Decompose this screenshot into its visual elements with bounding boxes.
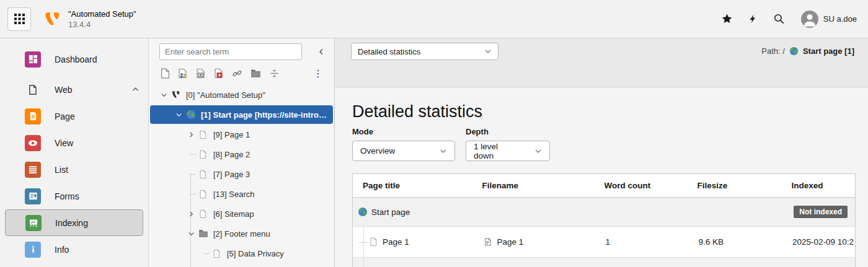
tree-tick-line: [190, 154, 196, 155]
tree-node-label: [7] Page 3: [213, 170, 250, 179]
tree-tick-line: [190, 194, 196, 195]
chevron-down-icon[interactable]: [174, 112, 184, 118]
row-filename: Page 1: [497, 237, 524, 247]
sidebar-item-dashboard[interactable]: Dashboard: [0, 46, 148, 72]
tree-node-start-page[interactable]: [1] Start page [https://site-intro…: [150, 105, 333, 124]
search-icon: [773, 13, 785, 25]
tree-node-label: [13] Search: [213, 190, 255, 199]
module-function-select[interactable]: Detailed statistics: [351, 43, 498, 60]
sidebar-item-view[interactable]: View: [0, 129, 148, 156]
new-link-icon[interactable]: [232, 68, 242, 79]
tree-node-label: [0] "Automated Setup": [186, 90, 265, 100]
sidebar-item-forms[interactable]: Forms: [0, 183, 148, 209]
tree-node-page-8[interactable]: [8] Page 2: [149, 144, 334, 164]
sidebar-section-web[interactable]: Web: [0, 76, 148, 103]
mode-field: Mode Overview: [352, 127, 455, 161]
sidebar-item-label: Info: [55, 245, 69, 255]
chevron-right-icon[interactable]: [186, 211, 196, 217]
indexing-module-icon: [25, 215, 42, 231]
new-shortcut-page-icon[interactable]: [196, 68, 206, 79]
chevron-down-icon: [518, 147, 542, 155]
bookmarks-button[interactable]: [714, 6, 740, 32]
globe-icon: [358, 207, 368, 217]
column-header-word-count: Word count: [595, 174, 688, 198]
doc-header: Detailed statistics Path: / Start page […: [335, 38, 868, 87]
web-page-icon: [25, 82, 41, 98]
sidebar-item-list[interactable]: List: [0, 156, 148, 183]
page-tree-panel: ⋮ [0] "Automated Setup": [149, 38, 335, 267]
tree-node-page-9[interactable]: [9] Page 1: [149, 125, 334, 144]
dashboard-icon: [25, 51, 41, 68]
tree-node-data-privacy[interactable]: [5] Data Privacy: [149, 243, 334, 263]
sidebar-item-info[interactable]: Info: [0, 236, 148, 263]
tree-node-page-7[interactable]: [7] Page 3: [149, 164, 334, 184]
site-title-version: 13.4.4: [68, 19, 136, 30]
sidebar-item-label: Page: [55, 112, 75, 121]
module-menu: Dashboard Web Page View: [0, 38, 149, 267]
chevron-down-icon[interactable]: [186, 230, 196, 237]
tree-gutter: [353, 227, 364, 257]
new-backend-user-section-page-icon[interactable]: [178, 68, 188, 79]
row-word-count: 1: [606, 237, 611, 247]
sidebar-item-indexing[interactable]: Indexing: [5, 209, 143, 236]
depth-label: Depth: [466, 127, 550, 137]
tree-node-footer-menu[interactable]: [2] Footer menu: [149, 224, 334, 243]
chevron-up-icon: [131, 85, 140, 94]
search-button[interactable]: [766, 6, 792, 32]
sidebar-item-page[interactable]: Page: [0, 103, 148, 129]
tree-node-search[interactable]: [13] Search: [149, 184, 334, 204]
view-eye-icon: [25, 135, 41, 151]
table-header-row: Page title Filename Word count Filesize …: [353, 174, 856, 198]
list-module-icon: [25, 162, 41, 178]
tree-node-sitemap[interactable]: [6] Sitemap: [149, 204, 334, 224]
tree-tick-line: [203, 253, 210, 254]
new-page-icon[interactable]: [161, 68, 170, 79]
tree-tick-line: [190, 174, 196, 175]
path-page: Start page [1]: [803, 46, 854, 56]
depth-select[interactable]: 1 level down: [466, 141, 550, 161]
sidebar-item-label: Forms: [55, 191, 79, 201]
new-spacer-icon[interactable]: [269, 68, 280, 79]
page-title: Detailed statistics: [352, 102, 868, 121]
sidebar-item-label: View: [55, 138, 73, 148]
depth-value: 1 level down: [474, 142, 518, 160]
page-icon: [198, 209, 208, 219]
chevron-down-icon[interactable]: [159, 92, 169, 98]
page-icon: [198, 190, 208, 199]
collapse-tree-button[interactable]: [315, 45, 328, 58]
tree-node-label: [9] Page 1: [213, 130, 250, 139]
page-icon: [369, 237, 379, 247]
table-row-partial: [353, 258, 856, 267]
chevron-right-icon[interactable]: [186, 131, 196, 138]
page-icon: [212, 249, 222, 258]
tree-search-input[interactable]: [159, 43, 302, 60]
info-module-icon: [25, 242, 41, 258]
person-icon: [801, 11, 818, 28]
tree-tick-line: [359, 242, 367, 243]
depth-field: Depth 1 level down: [466, 127, 550, 161]
typo3-logo-icon: [43, 10, 62, 28]
sidebar-item-label: Dashboard: [55, 55, 97, 64]
user-avatar[interactable]: [801, 11, 818, 28]
username-label[interactable]: SU a.doe: [823, 14, 857, 24]
tree-node-root[interactable]: [0] "Automated Setup": [149, 85, 334, 105]
apps-grid-button[interactable]: [7, 7, 31, 31]
module-function-value: Detailed statistics: [358, 47, 420, 56]
new-page-toolbar: ⋮: [149, 60, 334, 82]
mode-select[interactable]: Overview: [352, 141, 455, 161]
column-header-filesize: Filesize: [688, 174, 782, 198]
sidebar-item-label: Indexing: [55, 218, 88, 228]
folder-icon: [198, 229, 208, 238]
new-mountpoint-page-icon[interactable]: [214, 68, 224, 79]
apps-grid-icon: [14, 14, 25, 24]
tree-kebab-menu[interactable]: ⋮: [308, 69, 328, 79]
clear-cache-button[interactable]: [740, 6, 766, 32]
typo3-root-icon: [171, 90, 181, 100]
row-filesize: 9.6 KB: [699, 237, 724, 247]
sidebar-section-label: Web: [55, 85, 73, 95]
mode-label: Mode: [352, 127, 455, 137]
breadcrumb: Path: / Start page [1]: [761, 46, 854, 56]
new-folder-icon[interactable]: [250, 69, 261, 78]
statistics-table: Page title Filename Word count Filesize …: [352, 173, 856, 267]
tree-node-label: [6] Sitemap: [213, 209, 254, 219]
